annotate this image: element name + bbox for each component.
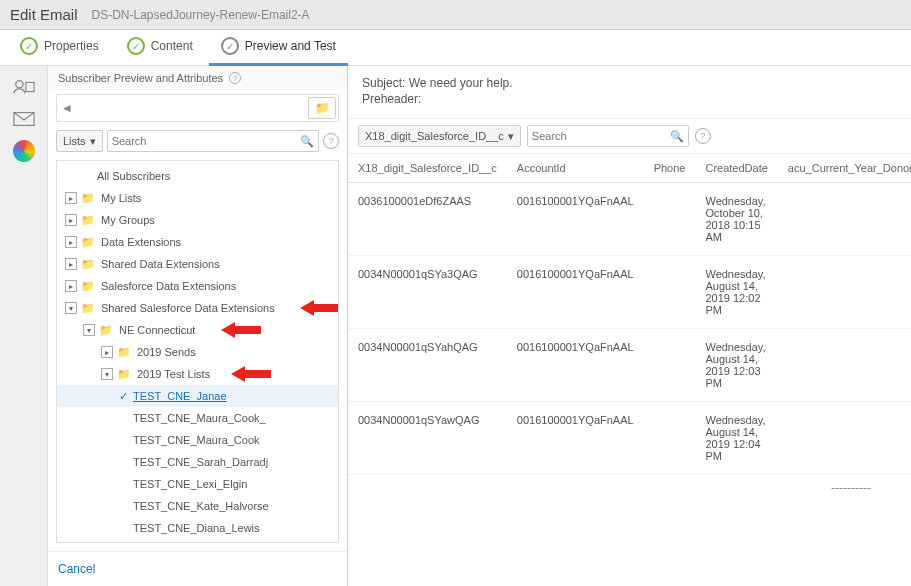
folder-icon: 📁	[99, 324, 115, 337]
collapse-icon[interactable]: ▾	[101, 368, 113, 380]
tree-test-cne-sarah[interactable]: TEST_CNE_Sarah_Darradj	[57, 451, 338, 473]
tree-test-cne-janae[interactable]: ✓TEST_CNE_Janae	[57, 385, 338, 407]
cell	[644, 183, 696, 256]
subscriber-panel: Subscriber Preview and Attributes ? ◄ 📁 …	[48, 66, 348, 586]
subject-panel: Subject: We need your help. Preheader:	[348, 66, 911, 119]
table-search[interactable]: 🔍	[527, 125, 689, 147]
cell: 0016100001YQaFnAAL	[507, 183, 644, 256]
col-header[interactable]: CreatedDate	[695, 154, 777, 183]
color-wheel-icon[interactable]	[11, 140, 37, 162]
preheader-label: Preheader:	[362, 92, 421, 106]
col-header[interactable]: acu_Current_Year_Donor_Amount__c	[778, 154, 911, 183]
collapse-icon[interactable]: ▾	[83, 324, 95, 336]
caret-down-icon: ▾	[90, 135, 96, 148]
expand-icon[interactable]: ▸	[65, 214, 77, 226]
tree-2019-sends[interactable]: ▸📁2019 Sends	[57, 341, 338, 363]
svg-marker-5	[231, 366, 271, 382]
tab-content[interactable]: ✓ Content	[115, 30, 205, 66]
tab-properties[interactable]: ✓ Properties	[8, 30, 111, 66]
folder-icon: 📁	[81, 214, 97, 227]
tree-test-cne-lexi[interactable]: TEST_CNE_Lexi_Elgin	[57, 473, 338, 495]
cancel-link[interactable]: Cancel	[48, 551, 347, 586]
folder-icon: 📁	[81, 258, 97, 271]
cell: Wednesday, August 14, 2019 12:03 PM	[695, 329, 777, 402]
help-icon[interactable]: ?	[695, 128, 711, 144]
search-icon: 🔍	[670, 130, 684, 143]
table-row[interactable]: 0034N00001qSYahQAG0016100001YQaFnAALWedn…	[348, 329, 911, 402]
cell	[778, 183, 911, 256]
caret-down-icon: ▾	[508, 130, 514, 143]
tab-preview-and-test[interactable]: ✓ Preview and Test	[209, 30, 348, 66]
tree-test-cne-kate[interactable]: TEST_CNE_Kate_Halvorse	[57, 495, 338, 517]
tree-ne-connecticut[interactable]: ▾📁NE Connecticut	[57, 319, 338, 341]
cell	[778, 329, 911, 402]
arrow-annotation	[231, 364, 271, 384]
search-icon: 🔍	[300, 135, 314, 148]
panel-filter: Lists▾ 🔍 ?	[48, 126, 347, 160]
tree-all-subscribers[interactable]: All Subscribers	[57, 165, 338, 187]
field-dropdown[interactable]: X18_digit_Salesforce_ID__c▾	[358, 125, 521, 147]
folder-button[interactable]: 📁	[308, 97, 336, 119]
tree-salesforce-data-extensions[interactable]: ▸📁Salesforce Data Extensions	[57, 275, 338, 297]
expand-icon[interactable]: ▸	[65, 280, 77, 292]
folder-icon: 📁	[81, 302, 97, 315]
subject-label: Subject:	[362, 76, 405, 90]
collapse-icon[interactable]: ▾	[65, 302, 77, 314]
search-input[interactable]	[532, 130, 670, 142]
tree-search[interactable]: 🔍	[107, 130, 319, 152]
panel-heading-text: Subscriber Preview and Attributes	[58, 72, 223, 84]
tabs-bar: ✓ Properties ✓ Content ✓ Preview and Tes…	[0, 30, 911, 66]
search-input[interactable]	[112, 135, 300, 147]
tree-my-lists[interactable]: ▸📁My Lists	[57, 187, 338, 209]
tab-label: Content	[151, 39, 193, 53]
tree-test-cne-maura-1[interactable]: TEST_CNE_Maura_Cook_	[57, 407, 338, 429]
folder-icon: 📁	[117, 346, 133, 359]
help-icon[interactable]: ?	[323, 133, 339, 149]
table-row[interactable]: 0034N00001qSYawQAG0016100001YQaFnAALWedn…	[348, 402, 911, 475]
table-row[interactable]: 0034N00001qSYa3QAG0016100001YQaFnAALWedn…	[348, 256, 911, 329]
cell: 0016100001YQaFnAAL	[507, 256, 644, 329]
svg-point-0	[15, 81, 22, 88]
col-header[interactable]: X18_digit_Salesforce_ID__c	[348, 154, 507, 183]
table-row[interactable]: 0036100001eDf6ZAAS0016100001YQaFnAALWedn…	[348, 183, 911, 256]
tree-my-groups[interactable]: ▸📁My Groups	[57, 209, 338, 231]
cell	[778, 256, 911, 329]
tree-shared-data-extensions[interactable]: ▸📁Shared Data Extensions	[57, 253, 338, 275]
expand-icon[interactable]: ▸	[65, 236, 77, 248]
lists-dropdown[interactable]: Lists▾	[56, 130, 103, 152]
tree-data-extensions[interactable]: ▸📁Data Extensions	[57, 231, 338, 253]
subscriber-icon[interactable]	[11, 76, 37, 98]
tab-label: Preview and Test	[245, 39, 336, 53]
cell	[778, 402, 911, 475]
dash-indicator: ----------	[348, 475, 911, 501]
col-header[interactable]: AccountId	[507, 154, 644, 183]
tree-2019-test-lists[interactable]: ▾📁2019 Test Lists	[57, 363, 338, 385]
expand-icon[interactable]: ▸	[65, 192, 77, 204]
cell: 0034N00001qSYa3QAG	[348, 256, 507, 329]
panel-heading: Subscriber Preview and Attributes ?	[48, 66, 347, 90]
table-filter-bar: X18_digit_Salesforce_ID__c▾ 🔍 ?	[348, 119, 911, 154]
check-icon: ✓	[127, 37, 145, 55]
cell: 0034N00001qSYahQAG	[348, 329, 507, 402]
cell: 0034N00001qSYawQAG	[348, 402, 507, 475]
table-scroll[interactable]: X18_digit_Salesforce_ID__c AccountId Pho…	[348, 154, 911, 586]
envelope-icon[interactable]	[11, 108, 37, 130]
tree-scroll[interactable]: All Subscribers ▸📁My Lists ▸📁My Groups ▸…	[56, 160, 339, 543]
expand-icon[interactable]: ▸	[101, 346, 113, 358]
tab-label: Properties	[44, 39, 99, 53]
expand-icon[interactable]: ▸	[65, 258, 77, 270]
cell	[644, 329, 696, 402]
tree-test-cne-diana[interactable]: TEST_CNE_Diana_Lewis	[57, 517, 338, 539]
cell: Wednesday, October 10, 2018 10:15 AM	[695, 183, 777, 256]
back-icon[interactable]: ◄	[57, 101, 77, 115]
tree-test-cne-maura-2[interactable]: TEST_CNE_Maura_Cook	[57, 429, 338, 451]
check-icon: ✓	[119, 390, 133, 403]
svg-rect-1	[25, 82, 33, 91]
col-header[interactable]: Phone	[644, 154, 696, 183]
help-icon[interactable]: ?	[229, 72, 241, 84]
cell	[644, 402, 696, 475]
tree-shared-salesforce-data-extensions[interactable]: ▾📁Shared Salesforce Data Extensions	[57, 297, 338, 319]
folder-tree: All Subscribers ▸📁My Lists ▸📁My Groups ▸…	[57, 161, 338, 543]
page-title: Edit Email	[10, 6, 78, 23]
cell	[644, 256, 696, 329]
